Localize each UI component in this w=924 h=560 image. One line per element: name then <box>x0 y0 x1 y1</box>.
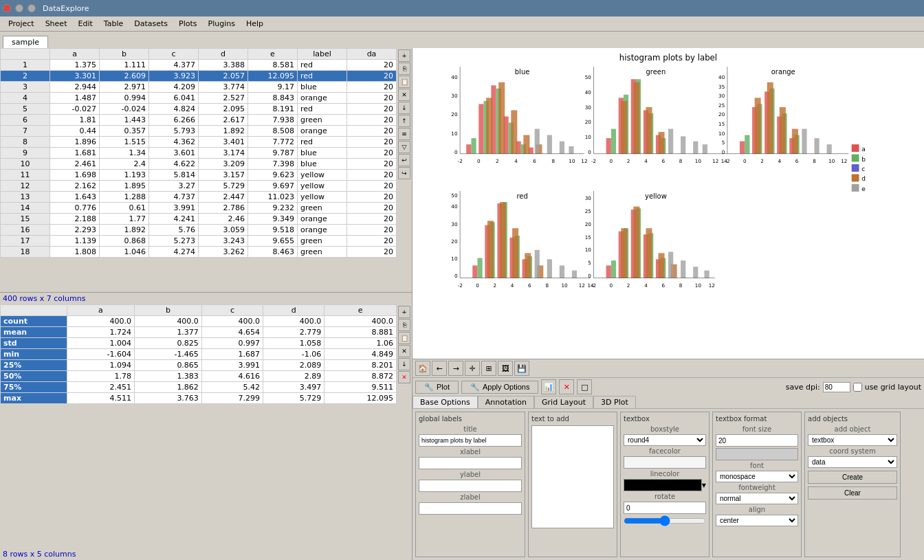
tab-grid-layout[interactable]: Grid Layout <box>534 396 593 408</box>
cell-c[interactable]: 3.601 <box>149 148 199 159</box>
stats-cell-c[interactable]: 7.299 <box>201 393 263 404</box>
cell-c[interactable]: 6.041 <box>149 93 199 104</box>
cell-label[interactable]: red <box>298 137 347 148</box>
cell-e[interactable]: 11.023 <box>248 192 298 203</box>
cell-e[interactable]: 9.349 <box>248 214 298 225</box>
cell-b[interactable]: 2.609 <box>100 71 149 82</box>
cell-da[interactable]: 20 <box>347 192 397 203</box>
cell-a[interactable]: 1.698 <box>50 170 100 181</box>
cell-d[interactable]: 3.209 <box>199 159 248 170</box>
menu-datasets[interactable]: Datasets <box>129 18 173 30</box>
cell-d[interactable]: 1.892 <box>199 126 248 137</box>
cell-label[interactable]: green <box>298 115 347 126</box>
cell-da[interactable]: 20 <box>347 181 397 192</box>
cell-b[interactable]: 0.61 <box>100 203 149 214</box>
stats-cell-d[interactable]: 400.0 <box>263 316 324 327</box>
stats-cell-d[interactable]: 2.89 <box>263 371 324 382</box>
stats-cell-c[interactable]: 4.654 <box>201 327 263 338</box>
cell-label[interactable]: orange <box>298 126 347 137</box>
pan-icon-btn[interactable]: ✛ <box>465 361 480 376</box>
stats-cell-a[interactable]: 4.511 <box>67 393 134 404</box>
cell-a[interactable]: 0.776 <box>50 203 100 214</box>
cell-a[interactable]: 1.808 <box>50 247 100 258</box>
stats-cell-a[interactable]: -1.604 <box>67 349 134 360</box>
stats-col-d[interactable]: d <box>263 305 324 316</box>
cell-d[interactable]: 2.46 <box>199 214 248 225</box>
cell-d[interactable]: 3.262 <box>199 247 248 258</box>
stats-cell-a[interactable]: 1.78 <box>67 371 134 382</box>
col-da[interactable]: da <box>347 49 397 60</box>
stats-cell-d[interactable]: 5.729 <box>263 393 324 404</box>
cell-label[interactable]: blue <box>298 159 347 170</box>
cell-a[interactable]: 2.162 <box>50 181 100 192</box>
cell-b[interactable]: 0.994 <box>100 93 149 104</box>
boxstyle-select[interactable]: round4 <box>624 434 706 446</box>
cell-e[interactable]: 7.398 <box>248 159 298 170</box>
cell-label[interactable]: yellow <box>298 181 347 192</box>
cell-d[interactable]: 2.786 <box>199 203 248 214</box>
menu-edit[interactable]: Edit <box>72 18 98 30</box>
cell-d[interactable]: 3.401 <box>199 137 248 148</box>
cell-d[interactable]: 2.057 <box>199 71 248 82</box>
stats-cell-b[interactable]: 0.865 <box>134 360 201 371</box>
col-c[interactable]: c <box>149 49 199 60</box>
cell-label[interactable]: orange <box>298 225 347 236</box>
cell-d[interactable]: 3.388 <box>199 60 248 71</box>
stats-cell-c[interactable]: 1.687 <box>201 349 263 360</box>
chart-icon-btn[interactable]: 📊 <box>541 379 556 394</box>
copy-icon[interactable]: ⎘ <box>398 63 410 75</box>
cell-label[interactable]: blue <box>298 148 347 159</box>
back-icon-btn[interactable]: ← <box>432 361 447 376</box>
fontsize-slider[interactable] <box>716 448 798 460</box>
cell-a[interactable]: 1.375 <box>50 60 100 71</box>
stats-cell-b[interactable]: 1.862 <box>134 382 201 393</box>
menu-plots[interactable]: Plots <box>173 18 202 30</box>
cell-d[interactable]: 3.774 <box>199 82 248 93</box>
stats-icon-6[interactable]: ✕ <box>398 371 410 383</box>
stats-icon-4[interactable]: ✕ <box>398 345 410 357</box>
cell-label[interactable]: yellow <box>298 170 347 181</box>
home-icon-btn[interactable]: 🏠 <box>415 361 430 376</box>
cell-da[interactable]: 20 <box>347 203 397 214</box>
cell-b[interactable]: 0.868 <box>100 236 149 247</box>
tab-base-options[interactable]: Base Options <box>412 396 478 408</box>
stats-cell-b[interactable]: 1.377 <box>134 327 201 338</box>
stats-icon-5[interactable]: ↓ <box>398 358 410 370</box>
undo-icon[interactable]: ↩ <box>398 154 410 166</box>
cell-da[interactable]: 20 <box>347 126 397 137</box>
cell-a[interactable]: 2.461 <box>50 159 100 170</box>
menu-help[interactable]: Help <box>241 18 269 30</box>
menu-plugins[interactable]: Plugins <box>203 18 241 30</box>
cell-label[interactable]: blue <box>298 82 347 93</box>
cell-a[interactable]: 1.81 <box>50 115 100 126</box>
linecolor-arrow[interactable]: ▼ <box>702 482 706 489</box>
stats-cell-d[interactable]: 2.779 <box>263 327 324 338</box>
col-e[interactable]: e <box>248 49 298 60</box>
cell-d[interactable]: 2.095 <box>199 104 248 115</box>
cell-d[interactable]: 3.059 <box>199 225 248 236</box>
cell-d[interactable]: 3.243 <box>199 236 248 247</box>
stats-cell-c[interactable]: 400.0 <box>201 316 263 327</box>
cell-c[interactable]: 6.266 <box>149 115 199 126</box>
col-d[interactable]: d <box>199 49 248 60</box>
paste-icon[interactable]: 📋 <box>398 76 410 88</box>
stats-icon-2[interactable]: ⎘ <box>398 319 410 331</box>
stats-cell-e[interactable]: 400.0 <box>324 316 397 327</box>
cell-da[interactable]: 20 <box>347 225 397 236</box>
cell-b[interactable]: 1.111 <box>100 60 149 71</box>
cell-c[interactable]: 4.241 <box>149 214 199 225</box>
stats-col-e[interactable]: e <box>324 305 397 316</box>
tab-annotation[interactable]: Annotation <box>478 396 534 408</box>
cell-b[interactable]: 1.515 <box>100 137 149 148</box>
redo-icon[interactable]: ↪ <box>398 167 410 179</box>
stats-icon-1[interactable]: + <box>398 306 410 318</box>
stats-cell-b[interactable]: 3.763 <box>134 393 201 404</box>
maximize-button[interactable] <box>28 4 36 12</box>
cell-da[interactable]: 20 <box>347 236 397 247</box>
cell-c[interactable]: 5.793 <box>149 126 199 137</box>
cell-c[interactable]: 5.814 <box>149 170 199 181</box>
cell-a[interactable]: 2.188 <box>50 214 100 225</box>
cell-e[interactable]: 9.787 <box>248 148 298 159</box>
stats-cell-d[interactable]: 1.058 <box>263 338 324 349</box>
delete-icon[interactable]: ✕ <box>398 89 410 101</box>
